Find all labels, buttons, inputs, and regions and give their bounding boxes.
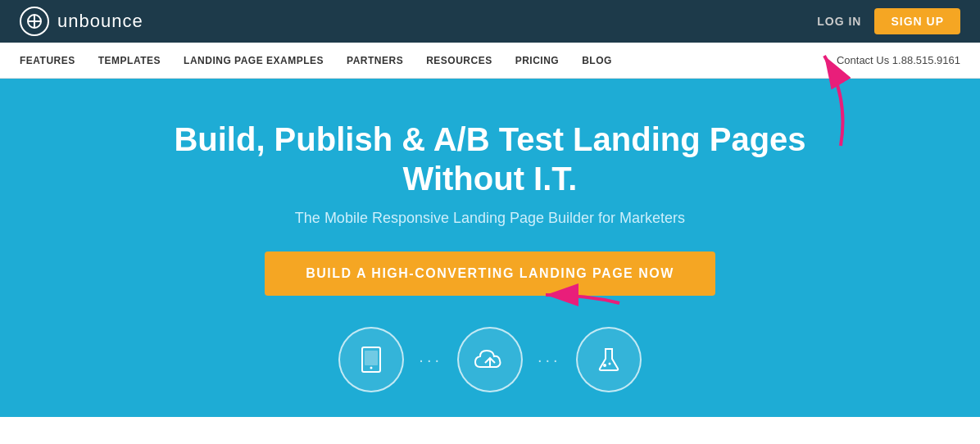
hero-title: Build, Publish & A/B Test Landing Pages … (138, 120, 842, 198)
logo-text: unbounce (57, 11, 143, 32)
login-button[interactable]: LOG IN (817, 15, 861, 28)
secondary-nav: FEATURES TEMPLATES LANDING PAGE EXAMPLES… (0, 43, 980, 79)
nav-links: FEATURES TEMPLATES LANDING PAGE EXAMPLES… (20, 55, 612, 66)
hero-subtitle: The Mobile Responsive Landing Page Build… (295, 210, 685, 227)
cta-button[interactable]: BUILD A HIGH-CONVERTING LANDING PAGE NOW (265, 251, 715, 296)
contact-us-label[interactable]: Contact Us (837, 54, 889, 66)
hero-section: Build, Publish & A/B Test Landing Pages … (0, 79, 980, 417)
nav-resources[interactable]: RESOURCES (426, 55, 492, 66)
nav-pricing[interactable]: PRICING (515, 55, 560, 66)
signup-button[interactable]: SIGN UP (874, 8, 960, 34)
top-bar: unbounce LOG IN SIGN UP (0, 0, 980, 43)
nav-partners[interactable]: PARTNERS (347, 55, 403, 66)
logo-icon (20, 7, 49, 36)
svg-point-9 (608, 363, 610, 365)
dots-1: ··· (419, 351, 442, 369)
svg-point-5 (370, 367, 373, 369)
contact-info: Contact Us 1.88.515.9161 (837, 54, 960, 66)
nav-blog[interactable]: BLOG (582, 55, 612, 66)
top-bar-right: LOG IN SIGN UP (817, 8, 960, 34)
icon-cloud (457, 327, 523, 392)
svg-point-8 (603, 364, 606, 367)
phone-number: 1.88.515.9161 (892, 54, 960, 66)
nav-features[interactable]: FEATURES (20, 55, 75, 66)
svg-rect-4 (365, 351, 378, 365)
nav-templates[interactable]: TEMPLATES (98, 55, 161, 66)
dots-2: ··· (538, 351, 561, 369)
icon-flask (576, 327, 642, 392)
icons-row: ··· ··· (338, 327, 641, 392)
logo-area: unbounce (20, 7, 143, 36)
icon-tablet (338, 327, 404, 392)
nav-landing-page-examples[interactable]: LANDING PAGE EXAMPLES (184, 55, 324, 66)
